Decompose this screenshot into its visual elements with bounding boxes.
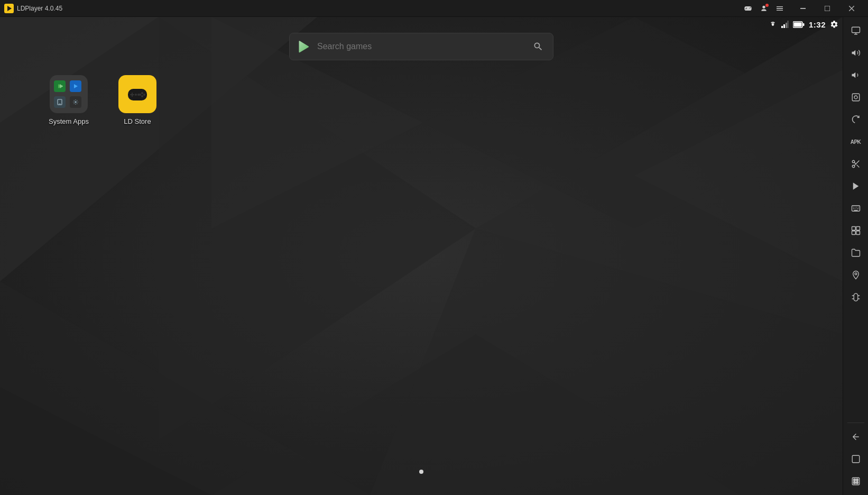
sidebar-apk-button[interactable]: APK (845, 131, 866, 152)
system-apps-icon-image (50, 75, 88, 113)
android-statusbar: 1:32 (764, 17, 843, 32)
sidebar-home-button[interactable] (845, 448, 866, 470)
minimize-button[interactable] (791, 0, 815, 17)
svg-point-36 (143, 94, 145, 96)
ld-store-icon[interactable]: LD Store (116, 75, 159, 125)
titlebar-title: LDPlayer 4.0.45 (17, 5, 62, 12)
gamepad-icon[interactable] (743, 4, 753, 13)
right-sidebar: APK (843, 17, 868, 495)
svg-rect-19 (783, 24, 785, 28)
svg-rect-51 (856, 231, 860, 235)
system-apps-icon[interactable]: System Apps (48, 75, 90, 125)
svg-marker-27 (74, 84, 78, 88)
svg-point-35 (141, 92, 143, 94)
sidebar-shake-button[interactable] (845, 287, 866, 308)
sidebar-volume-down-button[interactable] (845, 65, 866, 86)
titlebar-right (743, 0, 864, 17)
svg-rect-56 (856, 479, 858, 481)
sidebar-keyboard-button[interactable] (845, 198, 866, 219)
svg-rect-20 (786, 23, 787, 28)
sidebar-capture-button[interactable] (845, 87, 866, 108)
page-dot-active (419, 470, 423, 474)
sidebar-location-button[interactable] (845, 264, 866, 286)
sidebar-tasks-button[interactable] (845, 471, 866, 492)
svg-rect-41 (852, 27, 860, 33)
ld-store-icon-image (118, 75, 156, 113)
search-bar[interactable] (289, 33, 553, 60)
window-controls (791, 0, 864, 17)
sidebar-multi-button[interactable] (845, 220, 866, 241)
desktop-icons: System Apps (48, 75, 159, 125)
svg-rect-42 (852, 94, 860, 101)
svg-rect-24 (793, 22, 801, 26)
sidebar-screen-button[interactable] (845, 20, 866, 41)
svg-rect-48 (852, 227, 855, 231)
wifi-icon (769, 21, 777, 28)
sidebar-folder-button[interactable] (845, 242, 866, 263)
svg-rect-21 (787, 21, 789, 28)
user-icon[interactable] (759, 4, 769, 13)
sidebar-volume-up-button[interactable] (845, 42, 866, 63)
battery-icon (793, 21, 805, 28)
svg-point-30 (75, 101, 77, 103)
svg-rect-53 (852, 455, 860, 463)
svg-rect-55 (853, 479, 855, 481)
sidebar-back-button[interactable] (845, 426, 866, 447)
svg-rect-58 (856, 482, 858, 484)
svg-point-43 (854, 96, 857, 99)
ldplayer-logo-icon (4, 4, 14, 13)
svg-rect-18 (781, 26, 783, 28)
svg-marker-26 (60, 84, 63, 88)
svg-point-52 (855, 273, 857, 275)
ld-store-label: LD Store (124, 117, 151, 125)
sidebar-divider (847, 423, 864, 423)
menu-icon[interactable] (775, 4, 784, 13)
svg-rect-49 (856, 227, 860, 231)
page-indicator (419, 470, 423, 474)
svg-marker-46 (853, 182, 858, 190)
svg-rect-2 (800, 8, 806, 9)
android-desktop[interactable]: 1:32 (0, 17, 843, 495)
close-button[interactable] (839, 0, 864, 17)
titlebar-left: LDPlayer 4.0.45 (4, 4, 62, 13)
svg-rect-50 (852, 231, 855, 235)
clock-display: 1:32 (809, 20, 826, 29)
titlebar: LDPlayer 4.0.45 (0, 0, 868, 17)
settings-icon[interactable] (830, 20, 838, 29)
restore-button[interactable] (815, 0, 839, 17)
system-apps-label: System Apps (49, 117, 89, 125)
svg-rect-34 (132, 93, 133, 97)
svg-point-37 (141, 95, 143, 97)
svg-rect-57 (853, 482, 855, 484)
main-area: 1:32 (0, 17, 868, 495)
search-button[interactable] (531, 39, 546, 54)
svg-point-40 (137, 94, 140, 96)
search-input[interactable] (317, 42, 525, 51)
signal-icon (781, 21, 789, 28)
sidebar-scissors-button[interactable] (845, 153, 866, 175)
google-play-icon (297, 39, 312, 54)
search-bar-container (289, 33, 553, 60)
sidebar-rotate-button[interactable] (845, 109, 866, 130)
svg-rect-3 (825, 6, 830, 11)
svg-rect-23 (802, 23, 804, 26)
sidebar-record-button[interactable] (845, 176, 866, 197)
svg-point-39 (135, 94, 137, 96)
notification-dot (765, 4, 769, 7)
svg-rect-29 (59, 104, 61, 104)
